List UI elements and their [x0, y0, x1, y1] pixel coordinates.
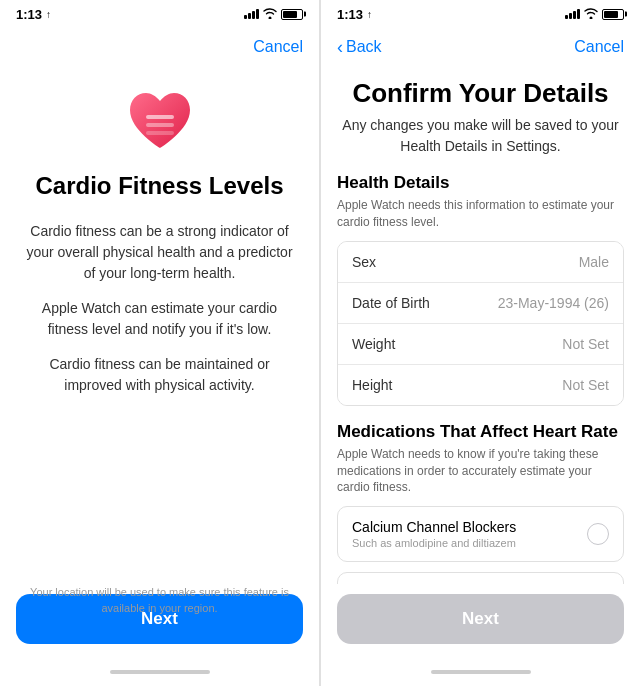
health-section-subtitle: Apple Watch needs this information to es…	[321, 197, 640, 241]
location-notice: Your location will be used to make sure …	[0, 585, 319, 616]
cancel-button-right[interactable]: Cancel	[574, 38, 624, 56]
cancel-button-left[interactable]: Cancel	[253, 38, 303, 56]
home-indicator-right	[321, 664, 640, 686]
battery-icon-right	[602, 9, 624, 20]
dob-value: 23-May-1994 (26)	[498, 295, 609, 311]
medication-item-calcium[interactable]: Calcium Channel Blockers Such as amlodip…	[337, 506, 624, 562]
next-btn-container-right: Next	[321, 584, 640, 664]
table-row[interactable]: Weight Not Set	[338, 324, 623, 365]
sex-value: Male	[579, 254, 609, 270]
location-arrow-left: ↑	[46, 9, 51, 20]
table-row[interactable]: Height Not Set	[338, 365, 623, 405]
medications-subtitle: Apple Watch needs to know if you're taki…	[321, 446, 640, 506]
left-phone-screen: 1:13 ↑ Cancel	[0, 0, 320, 686]
svg-rect-2	[146, 131, 174, 135]
status-time-left: 1:13 ↑	[16, 7, 51, 22]
weight-label: Weight	[352, 336, 395, 352]
status-icons-right	[565, 8, 624, 21]
health-details-table: Sex Male Date of Birth 23-May-1994 (26) …	[337, 241, 624, 406]
calcium-desc: Such as amlodipine and diltiazem	[352, 537, 587, 549]
sex-label: Sex	[352, 254, 376, 270]
heart-icon	[124, 86, 196, 154]
svg-rect-1	[146, 123, 174, 127]
signal-icon-right	[565, 9, 580, 19]
location-arrow-right: ↑	[367, 9, 372, 20]
battery-icon-left	[281, 9, 303, 20]
height-value: Not Set	[562, 377, 609, 393]
nav-bar-left: Cancel	[0, 28, 319, 66]
signal-icon-left	[244, 9, 259, 19]
status-time-right: 1:13 ↑	[337, 7, 372, 22]
wifi-icon-left	[263, 8, 277, 21]
right-main-content: Confirm Your Details Any changes you mak…	[321, 66, 640, 584]
next-button-right[interactable]: Next	[337, 594, 624, 644]
back-label: Back	[346, 38, 382, 56]
medication-item-beta[interactable]: Beta Blockers Such as metoprolol, carved…	[337, 572, 624, 584]
height-label: Height	[352, 377, 392, 393]
calcium-radio[interactable]	[587, 523, 609, 545]
calcium-name: Calcium Channel Blockers	[352, 519, 587, 535]
left-para-2: Apple Watch can estimate your cardio fit…	[24, 298, 295, 340]
home-indicator-left	[0, 664, 319, 686]
left-main-content: Cardio Fitness Levels Cardio fitness can…	[0, 66, 319, 584]
nav-bar-right: ‹ Back Cancel	[321, 28, 640, 66]
weight-value: Not Set	[562, 336, 609, 352]
status-icons-left	[244, 8, 303, 21]
medications-title: Medications That Affect Heart Rate	[321, 422, 640, 446]
status-bar-left: 1:13 ↑	[0, 0, 319, 28]
svg-rect-0	[146, 115, 174, 119]
time-right: 1:13	[337, 7, 363, 22]
back-chevron-icon: ‹	[337, 38, 343, 56]
table-row[interactable]: Sex Male	[338, 242, 623, 283]
dob-label: Date of Birth	[352, 295, 430, 311]
left-para-3: Cardio fitness can be maintained or impr…	[24, 354, 295, 396]
health-section-title: Health Details	[321, 173, 640, 197]
time-left: 1:13	[16, 7, 42, 22]
wifi-icon-right	[584, 8, 598, 21]
left-body: Cardio fitness can be a strong indicator…	[24, 221, 295, 410]
confirm-subtitle: Any changes you make will be saved to yo…	[321, 115, 640, 173]
table-row[interactable]: Date of Birth 23-May-1994 (26)	[338, 283, 623, 324]
status-bar-right: 1:13 ↑	[321, 0, 640, 28]
left-para-1: Cardio fitness can be a strong indicator…	[24, 221, 295, 284]
confirm-title: Confirm Your Details	[321, 66, 640, 115]
left-title: Cardio Fitness Levels	[35, 172, 283, 201]
back-button[interactable]: ‹ Back	[337, 38, 382, 56]
medications-section: Medications That Affect Heart Rate Apple…	[321, 422, 640, 584]
right-phone-screen: 1:13 ↑ ‹ Back	[320, 0, 640, 686]
